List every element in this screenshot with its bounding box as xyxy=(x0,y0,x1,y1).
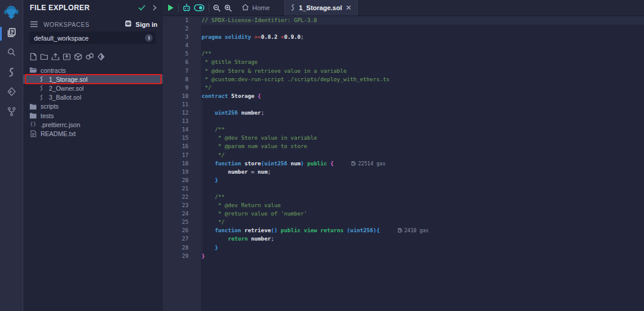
code-line-24[interactable]: * @return value of 'number' xyxy=(202,210,644,218)
editor-pane: Home 1_Storage.sol ✕ 1234567891011121314… xyxy=(163,0,644,311)
zoom-in-icon[interactable] xyxy=(224,4,232,12)
code-line-13[interactable] xyxy=(202,117,644,125)
file-explorer-toolbar xyxy=(30,53,105,61)
tree-item-3_Ballot.sol[interactable]: 3_Ballot.sol xyxy=(23,93,163,102)
code-line-11[interactable] xyxy=(202,100,644,109)
code-line-29[interactable]: } xyxy=(202,252,644,260)
link-icon[interactable] xyxy=(85,53,94,61)
hamburger-menu-icon[interactable] xyxy=(30,19,38,30)
tree-item-2_Owner.sol[interactable]: 2_Owner.sol xyxy=(23,84,163,93)
code-line-8[interactable]: * @custom:dev-run-script ./scripts/deplo… xyxy=(202,75,644,84)
sidebar-item-solidity-compiler[interactable] xyxy=(0,63,23,83)
line-number: 15 xyxy=(163,134,188,142)
code-editor: 1234567891011121314151617181920212223242… xyxy=(163,16,644,311)
code-line-7[interactable]: * @dev Store & retrieve value in a varia… xyxy=(202,67,644,75)
tree-item-label: scripts xyxy=(41,103,58,110)
sidebar-item-git[interactable] xyxy=(0,103,23,122)
cube-icon[interactable] xyxy=(74,53,82,61)
workspaces-row: WORKSPACES Sign in xyxy=(30,19,157,30)
accept-check-icon[interactable] xyxy=(138,5,145,11)
upload-folder-icon[interactable] xyxy=(63,53,71,61)
new-file-icon[interactable] xyxy=(30,53,37,61)
workspace-select[interactable]: default_workspace xyxy=(29,32,156,44)
gas-estimate-badge: 22514 gas xyxy=(351,161,385,167)
tab-close-icon[interactable]: ✕ xyxy=(345,4,351,11)
line-number: 24 xyxy=(163,210,188,218)
code-line-17[interactable]: */ xyxy=(202,151,644,159)
tree-item-.prettierrc.json[interactable]: {}.prettierrc.json xyxy=(23,120,163,129)
line-number: 25 xyxy=(163,218,188,226)
code-line-3[interactable]: pragma solidity >=0.8.2 <0.9.0; xyxy=(202,33,644,41)
workspaces-label: WORKSPACES xyxy=(44,21,89,28)
upload-file-icon[interactable] xyxy=(51,53,60,61)
tree-item-README.txt[interactable]: README.txt xyxy=(23,129,163,138)
code-content[interactable]: // SPDX-License-Identifier: GPL-3.0pragm… xyxy=(201,16,644,311)
line-number: 5 xyxy=(163,50,188,58)
code-line-28[interactable]: } xyxy=(202,244,644,252)
solidity-compiler-icon xyxy=(7,67,16,79)
tree-item-label: 2_Owner.sol xyxy=(49,85,83,92)
editor-topbar: Home 1_Storage.sol ✕ xyxy=(163,0,644,16)
code-line-16[interactable]: * @param num value to store xyxy=(202,142,644,150)
copilot-toggle[interactable] xyxy=(194,4,205,11)
line-number: 3 xyxy=(163,33,188,41)
line-number: 10 xyxy=(163,92,188,100)
zoom-out-icon[interactable] xyxy=(213,4,221,12)
sidebar-item-file-explorer[interactable] xyxy=(0,24,23,44)
line-number: 12 xyxy=(163,109,188,117)
code-line-14[interactable]: /** xyxy=(202,125,644,134)
gem-icon[interactable] xyxy=(97,53,105,61)
solidity-icon xyxy=(38,94,45,101)
line-number: 23 xyxy=(163,201,188,210)
code-line-26[interactable]: function retrieve() public view returns … xyxy=(202,226,644,235)
remix-ai-button[interactable] xyxy=(182,3,191,13)
line-number: 21 xyxy=(163,184,188,193)
tree-item-tests[interactable]: tests xyxy=(23,111,163,120)
code-line-27[interactable]: return number; xyxy=(202,235,644,243)
code-line-23[interactable]: * @dev Return value xyxy=(202,201,644,210)
tree-item-contracts[interactable]: contracts xyxy=(23,66,163,75)
line-number: 22 xyxy=(163,193,188,201)
solidity-icon xyxy=(38,76,45,82)
code-line-12[interactable]: uint256 number; xyxy=(202,109,644,117)
code-line-22[interactable]: /** xyxy=(202,193,644,201)
code-line-25[interactable]: */ xyxy=(202,218,644,226)
line-number: 4 xyxy=(163,41,188,50)
folder-open-icon xyxy=(29,67,37,73)
toolbar-separator xyxy=(209,4,209,13)
panel-title: FILE EXPLORER xyxy=(30,4,90,12)
code-line-1[interactable]: // SPDX-License-Identifier: GPL-3.0 xyxy=(202,16,644,24)
remix-ide-window: FILE EXPLORER WORKSPACES Sign in default… xyxy=(0,0,644,311)
file-explorer-panel: FILE EXPLORER WORKSPACES Sign in default… xyxy=(23,0,163,311)
tab-home[interactable]: Home xyxy=(242,4,270,12)
workspace-name: default_workspace xyxy=(34,35,145,42)
sidebar-item-deploy-run[interactable] xyxy=(0,83,23,103)
home-icon xyxy=(242,4,249,12)
code-line-19[interactable]: number = num; xyxy=(202,168,644,176)
code-line-10[interactable]: contract Storage { xyxy=(202,92,644,100)
code-line-5[interactable]: /** xyxy=(202,50,644,58)
code-line-18[interactable]: function store(uint256 num) public {2251… xyxy=(202,159,644,168)
code-line-15[interactable]: * @dev Store value in variable xyxy=(202,134,644,142)
code-line-2[interactable] xyxy=(202,24,644,33)
tab-1-storage-sol[interactable]: 1_Storage.sol ✕ xyxy=(284,0,357,16)
tree-item-label: 1_Storage.sol xyxy=(49,76,88,83)
code-line-21[interactable] xyxy=(202,184,644,193)
code-line-20[interactable]: } xyxy=(202,176,644,184)
collapse-chevron-icon[interactable] xyxy=(153,5,157,11)
tree-item-scripts[interactable]: scripts xyxy=(23,102,163,111)
tree-item-label: 3_Ballot.sol xyxy=(49,94,81,101)
run-script-button[interactable] xyxy=(166,4,175,12)
new-folder-icon[interactable] xyxy=(40,53,48,61)
remix-logo[interactable] xyxy=(0,0,23,24)
line-number: 19 xyxy=(163,168,188,176)
home-tab-label: Home xyxy=(252,4,270,11)
code-line-9[interactable]: */ xyxy=(202,84,644,92)
code-line-6[interactable]: * @title Storage xyxy=(202,58,644,66)
sidebar-item-search[interactable] xyxy=(0,44,23,63)
tree-item-1_Storage.sol[interactable]: 1_Storage.sol xyxy=(23,75,163,84)
sign-in-button[interactable]: Sign in xyxy=(135,21,157,28)
file-tree: contracts1_Storage.sol2_Owner.sol3_Ballo… xyxy=(23,66,163,138)
line-number: 20 xyxy=(163,176,188,184)
code-line-4[interactable] xyxy=(202,41,644,50)
